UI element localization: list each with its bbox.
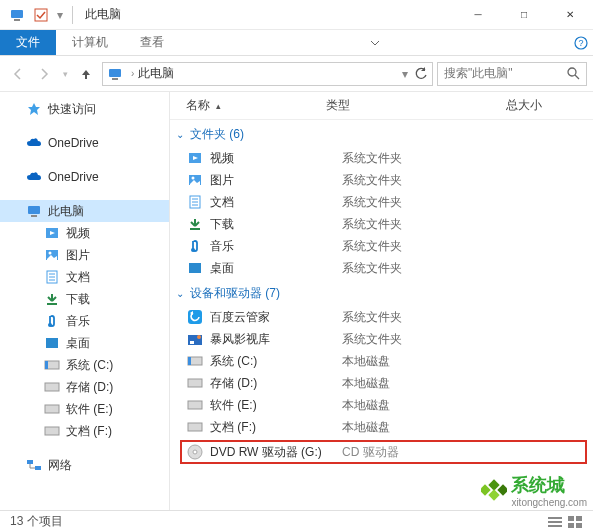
list-item[interactable]: 软件 (E:)本地磁盘 bbox=[170, 394, 593, 416]
close-button[interactable]: ✕ bbox=[547, 0, 593, 30]
item-name: 文档 (F:) bbox=[210, 419, 338, 436]
svg-text:?: ? bbox=[578, 38, 583, 48]
column-size[interactable]: 总大小 bbox=[498, 97, 593, 114]
svg-rect-39 bbox=[189, 263, 201, 273]
sidebar-item[interactable]: 存储 (D:) bbox=[0, 376, 169, 398]
svg-rect-46 bbox=[188, 357, 191, 365]
sidebar-item[interactable]: 文档 bbox=[0, 266, 169, 288]
details-view-icon[interactable] bbox=[547, 515, 563, 529]
svg-rect-23 bbox=[45, 361, 48, 369]
list-item[interactable]: 桌面系统文件夹 bbox=[170, 257, 593, 279]
item-name: 系统 (C:) bbox=[210, 353, 338, 370]
sidebar-item[interactable]: 系统 (C:) bbox=[0, 354, 169, 376]
sidebar-item[interactable]: 视频 bbox=[0, 222, 169, 244]
svg-rect-10 bbox=[31, 215, 37, 217]
qat-dropdown-icon[interactable]: ▾ bbox=[54, 4, 66, 26]
list-item[interactable]: 暴风影视库系统文件夹 bbox=[170, 328, 593, 350]
list-item[interactable]: 图片系统文件夹 bbox=[170, 169, 593, 191]
address-dropdown-icon[interactable]: ▾ bbox=[402, 67, 408, 81]
body: 快速访问 OneDrive OneDrive 此电脑 视频图片文档下载音乐桌面系… bbox=[0, 92, 593, 512]
item-icon bbox=[186, 375, 204, 391]
refresh-icon[interactable] bbox=[414, 67, 428, 81]
svg-rect-24 bbox=[45, 383, 59, 391]
item-icon bbox=[44, 313, 60, 329]
svg-point-38 bbox=[191, 248, 195, 252]
sidebar-item-label: 软件 (E:) bbox=[66, 401, 113, 418]
forward-button[interactable] bbox=[32, 62, 56, 86]
back-button[interactable] bbox=[6, 62, 30, 86]
svg-point-51 bbox=[193, 450, 197, 454]
ribbon-expand-icon[interactable] bbox=[360, 30, 390, 55]
sidebar-item[interactable]: 下载 bbox=[0, 288, 169, 310]
breadcrumb-sep-icon[interactable]: › bbox=[131, 68, 134, 79]
item-type: 系统文件夹 bbox=[338, 331, 518, 348]
list-item[interactable]: 下载系统文件夹 bbox=[170, 213, 593, 235]
item-name: 暴风影视库 bbox=[210, 331, 338, 348]
svg-rect-53 bbox=[548, 521, 562, 523]
list-item[interactable]: 文档 (F:)本地磁盘 bbox=[170, 416, 593, 438]
titlebar: ▾ 此电脑 ─ □ ✕ bbox=[0, 0, 593, 30]
sidebar-item-label: 文档 (F:) bbox=[66, 423, 112, 440]
svg-point-20 bbox=[48, 323, 52, 327]
item-icon bbox=[44, 335, 60, 351]
tab-view[interactable]: 查看 bbox=[124, 30, 180, 55]
group-drives[interactable]: ⌄ 设备和驱动器 (7) bbox=[170, 279, 593, 306]
sidebar-item-onedrive[interactable]: OneDrive bbox=[0, 132, 169, 154]
list-item[interactable]: 音乐系统文件夹 bbox=[170, 235, 593, 257]
sidebar-item-onedrive[interactable]: OneDrive bbox=[0, 166, 169, 188]
breadcrumb-root[interactable]: 此电脑 bbox=[138, 65, 174, 82]
pc-icon bbox=[107, 66, 123, 82]
sidebar-item[interactable]: 桌面 bbox=[0, 332, 169, 354]
item-icon bbox=[186, 419, 204, 435]
svg-rect-25 bbox=[45, 405, 59, 413]
svg-rect-48 bbox=[188, 401, 202, 409]
search-icon[interactable] bbox=[567, 67, 580, 80]
search-input[interactable]: 搜索"此电脑" bbox=[437, 62, 587, 86]
sidebar-item[interactable]: 音乐 bbox=[0, 310, 169, 332]
sidebar-item[interactable]: 软件 (E:) bbox=[0, 398, 169, 420]
properties-checkbox-icon[interactable] bbox=[30, 4, 52, 26]
sidebar-item[interactable]: 文档 (F:) bbox=[0, 420, 169, 442]
svg-point-14 bbox=[49, 252, 52, 255]
sidebar-item[interactable]: 图片 bbox=[0, 244, 169, 266]
tab-computer[interactable]: 计算机 bbox=[56, 30, 124, 55]
item-icon bbox=[44, 401, 60, 417]
ribbon-help-icon[interactable]: ? bbox=[569, 30, 593, 55]
address-bar[interactable]: › 此电脑 ▾ bbox=[102, 62, 433, 86]
svg-point-43 bbox=[197, 335, 201, 339]
sidebar-item-network[interactable]: 网络 bbox=[0, 454, 169, 476]
sidebar-item-label: 文档 bbox=[66, 269, 90, 286]
group-folders[interactable]: ⌄ 文件夹 (6) bbox=[170, 120, 593, 147]
minimize-button[interactable]: ─ bbox=[455, 0, 501, 30]
item-icon bbox=[44, 291, 60, 307]
up-button[interactable] bbox=[74, 62, 98, 86]
item-type: 系统文件夹 bbox=[338, 172, 518, 189]
svg-rect-58 bbox=[576, 523, 582, 528]
list-item[interactable]: 存储 (D:)本地磁盘 bbox=[170, 372, 593, 394]
pc-icon bbox=[6, 4, 28, 26]
column-name[interactable]: 名称 ▴ bbox=[170, 97, 318, 114]
list-item[interactable]: 系统 (C:)本地磁盘 bbox=[170, 350, 593, 372]
ribbon-tabs: 文件 计算机 查看 ? bbox=[0, 30, 593, 56]
star-icon bbox=[26, 101, 42, 117]
maximize-button[interactable]: □ bbox=[501, 0, 547, 30]
list-item[interactable]: 视频系统文件夹 bbox=[170, 147, 593, 169]
item-type: 系统文件夹 bbox=[338, 216, 518, 233]
window-controls: ─ □ ✕ bbox=[455, 0, 593, 30]
item-type: CD 驱动器 bbox=[342, 444, 399, 461]
list-item-dvd[interactable]: DVD RW 驱动器 (G:) CD 驱动器 bbox=[180, 440, 587, 464]
item-icon bbox=[186, 397, 204, 413]
list-item[interactable]: 百度云管家系统文件夹 bbox=[170, 306, 593, 328]
item-name: 软件 (E:) bbox=[210, 397, 338, 414]
sidebar-item-this-pc[interactable]: 此电脑 bbox=[0, 200, 169, 222]
item-icon bbox=[186, 172, 204, 188]
tiles-view-icon[interactable] bbox=[567, 515, 583, 529]
tab-file[interactable]: 文件 bbox=[0, 30, 56, 55]
item-icon bbox=[186, 260, 204, 276]
column-type[interactable]: 类型 bbox=[318, 97, 498, 114]
list-item[interactable]: 文档系统文件夹 bbox=[170, 191, 593, 213]
disc-icon bbox=[186, 444, 204, 460]
svg-rect-56 bbox=[576, 516, 582, 521]
recent-dropdown-icon[interactable]: ▾ bbox=[58, 62, 72, 86]
sidebar-item-quick-access[interactable]: 快速访问 bbox=[0, 98, 169, 120]
